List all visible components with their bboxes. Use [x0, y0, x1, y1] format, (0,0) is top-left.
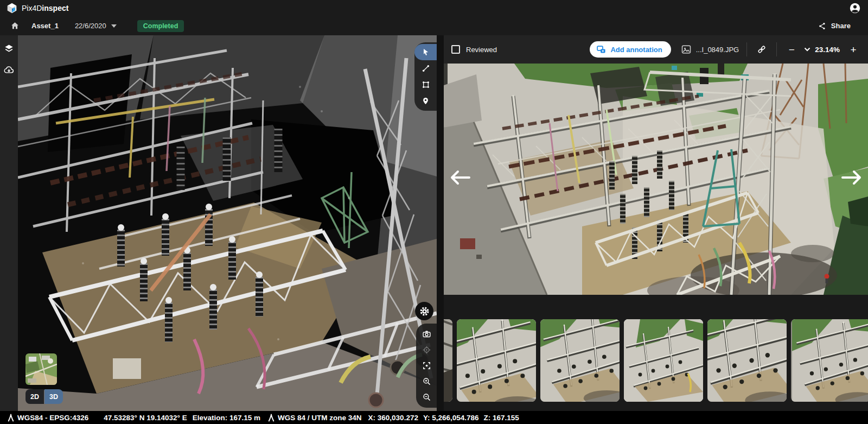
chevron-down-icon — [111, 24, 117, 28]
minimap-satellite-image — [25, 353, 57, 385]
home-icon — [10, 21, 20, 30]
x-readout: X: 360,030.272 — [368, 414, 418, 422]
workspace: 2D 3D Reviewed — [0, 35, 868, 411]
home-button[interactable] — [8, 19, 22, 33]
thumbnail[interactable] — [707, 319, 787, 402]
arrow-left-icon — [449, 169, 471, 186]
add-annotation-button[interactable]: Add annotation — [590, 41, 671, 58]
share-label: Share — [831, 22, 851, 30]
image-icon — [681, 44, 692, 55]
reviewed-label: Reviewed — [466, 46, 497, 54]
photo-viewer: Reviewed Add annotation — [444, 35, 868, 411]
pix4d-logo-icon — [7, 3, 17, 14]
y-readout: Y: 5,266,054.786 — [423, 414, 479, 422]
share-icon — [818, 22, 826, 30]
settings-gear-icon — [419, 306, 430, 317]
thumbnail[interactable] — [444, 319, 452, 402]
status-bar: WGS84 - EPSG:4326 47.53283° N 19.14032° … — [0, 411, 868, 424]
view-3d-button[interactable]: 3D — [44, 389, 63, 404]
view-2d-button[interactable]: 2D — [25, 389, 44, 404]
add-marker-tool-button[interactable] — [414, 93, 437, 109]
minus-icon: − — [789, 45, 795, 55]
date-value: 22/6/2020 — [75, 22, 106, 30]
camera-icon — [422, 330, 431, 339]
photo-render — [444, 64, 868, 295]
zoom-in-button[interactable] — [416, 374, 437, 389]
layers-icon — [4, 43, 14, 54]
asset-name: Asset_1 — [31, 22, 59, 30]
project-nav-bar: Asset_1 22/6/2020 Completed Share — [0, 16, 868, 35]
thumbnail-row — [444, 319, 868, 402]
image-filmstrip — [444, 295, 868, 411]
share-button[interactable]: Share — [818, 22, 851, 30]
center-focus-icon — [422, 361, 431, 370]
inspection-photo[interactable] — [444, 64, 868, 295]
zoom-out-button[interactable] — [416, 390, 437, 404]
cursor-icon — [422, 48, 430, 56]
next-image-button[interactable] — [840, 168, 864, 187]
cloud-download-button[interactable] — [3, 64, 16, 77]
previous-image-button[interactable] — [448, 168, 472, 187]
lat-lon-readout: 47.53283° N 19.14032° E — [104, 414, 187, 422]
center-view-button[interactable] — [416, 358, 437, 373]
brand-logo: Pix4Dinspect — [7, 3, 68, 14]
measure-polygon-tool-button[interactable] — [414, 77, 437, 93]
photo-toolbar: Reviewed Add annotation — [444, 35, 868, 64]
zoom-out-icon — [422, 393, 431, 402]
date-selector[interactable]: 22/6/2020 — [75, 22, 117, 30]
pix4d-inspect-app: Pix4Dinspect Asset_1 22/6/2020 Completed — [0, 0, 868, 424]
datum-utm: WGS 84 / UTM zone 34N — [278, 414, 362, 422]
screenshot-button[interactable] — [416, 327, 437, 341]
measure-line-icon — [422, 64, 430, 73]
top-bar: Pix4Dinspect — [0, 0, 868, 16]
select-tool-button[interactable] — [414, 44, 437, 60]
polygon-icon — [422, 80, 430, 89]
thumbnail[interactable] — [540, 319, 620, 402]
chevron-down-icon — [804, 47, 810, 52]
add-annotation-label: Add annotation — [610, 46, 662, 54]
pointcloud-viewer[interactable]: 2D 3D — [18, 35, 437, 411]
cloud-download-icon — [3, 65, 15, 76]
account-button[interactable] — [848, 2, 861, 15]
datum-geographic: WGS84 - EPSG:4326 — [17, 414, 88, 422]
viewer-tool-rail — [414, 42, 437, 111]
marker-icon — [422, 97, 430, 105]
reviewed-toggle[interactable]: Reviewed — [451, 45, 497, 54]
zoom-in-photo-button[interactable]: + — [846, 42, 860, 56]
pointcloud-render — [18, 35, 437, 411]
elevation-readout: Elevation: 167.15 m — [193, 414, 260, 422]
layers-button[interactable] — [3, 42, 16, 55]
dimension-toggle: 2D 3D — [25, 389, 63, 404]
status-badge: Completed — [137, 20, 184, 32]
zoom-out-photo-button[interactable]: − — [784, 42, 799, 56]
thumbnail[interactable] — [791, 319, 868, 402]
datum-person-icon — [8, 414, 14, 422]
datum-person-icon — [268, 414, 275, 422]
viewer-settings-button[interactable] — [415, 302, 433, 320]
z-readout: Z: 167.155 — [484, 414, 519, 422]
copy-link-button[interactable] — [755, 42, 769, 56]
measure-line-tool-button[interactable] — [414, 60, 437, 77]
brand-text: Pix4Dinspect — [22, 4, 68, 12]
thumbnail-selected[interactable] — [624, 319, 703, 402]
zoom-in-icon — [422, 377, 431, 386]
image-file-chip[interactable]: ...I_0849.JPG — [681, 44, 739, 55]
reviewed-checkbox[interactable] — [451, 45, 460, 54]
toolbar-divider — [776, 42, 777, 56]
minimap[interactable] — [25, 353, 57, 385]
link-icon — [757, 45, 767, 54]
annotation-icon — [597, 46, 606, 54]
left-sidebar — [0, 35, 18, 411]
track-position-button[interactable] — [416, 343, 437, 357]
plus-icon: + — [850, 45, 856, 55]
thumbnail[interactable] — [457, 319, 536, 402]
arrow-right-icon — [841, 169, 863, 186]
toolbar-divider — [746, 42, 747, 56]
target-icon — [422, 345, 431, 355]
zoom-level-dropdown[interactable]: 23.14% — [804, 46, 841, 54]
account-icon — [849, 2, 861, 14]
zoom-percentage: 23.14% — [815, 46, 840, 54]
viewer-camera-rail — [416, 324, 437, 408]
image-filename: ...I_0849.JPG — [696, 46, 739, 54]
